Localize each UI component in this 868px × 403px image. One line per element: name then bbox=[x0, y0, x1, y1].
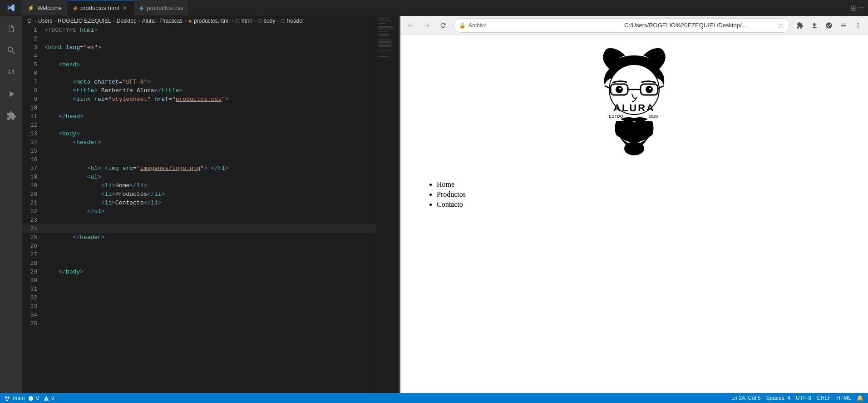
editor-panel: C: › Users › ROGELIO EZEQUIEL › Desktop … bbox=[22, 16, 376, 393]
bookmark-icon[interactable]: ☆ bbox=[778, 22, 784, 29]
code-line-14: 14 <header> bbox=[22, 138, 376, 147]
code-line-9: 9 <link rel="stylesheet" href="productos… bbox=[22, 95, 376, 104]
profile-icon[interactable] bbox=[823, 19, 835, 32]
status-spaces[interactable]: Spaces: 4 bbox=[766, 395, 790, 401]
vscode-icon: ⚡ bbox=[27, 5, 35, 11]
code-line-22: 22 </ul> bbox=[22, 207, 376, 216]
code-line-5: 5 <head> bbox=[22, 60, 376, 69]
tab-productos-css[interactable]: ◈ productos.css bbox=[134, 0, 189, 15]
breadcrumb-user[interactable]: ROGELIO EZEQUIEL bbox=[58, 18, 111, 24]
code-line-15: 15 bbox=[22, 147, 376, 155]
preview-content: ALURA ESTDO 2020 Home P bbox=[400, 35, 868, 393]
more-options-icon[interactable] bbox=[852, 19, 864, 32]
status-encoding[interactable]: UTF-8 bbox=[796, 395, 811, 401]
code-line-29: 29 </body> bbox=[22, 268, 376, 276]
status-language[interactable]: HTML bbox=[836, 395, 851, 401]
breadcrumb-practicas[interactable]: Practicas bbox=[160, 18, 182, 24]
activity-search[interactable] bbox=[2, 41, 20, 60]
activity-source-control[interactable] bbox=[2, 63, 20, 81]
code-line-2: 2 bbox=[22, 35, 376, 43]
code-line-10: 10 bbox=[22, 104, 376, 112]
breadcrumb-users[interactable]: Users bbox=[38, 18, 52, 24]
archive-icon: 🔒 bbox=[459, 22, 466, 29]
nav-item-contacto: Contacto bbox=[437, 200, 466, 209]
activity-extensions[interactable] bbox=[2, 107, 20, 125]
logo-container: ALURA ESTDO 2020 bbox=[419, 44, 850, 171]
browser-address-bar[interactable]: 🔒 Archivo C:/Users/ROGELIO%20EZEQUIEL/De… bbox=[453, 18, 790, 33]
breadcrumb-header-icon: ⬡ bbox=[281, 18, 286, 24]
breadcrumb-body[interactable]: body bbox=[264, 18, 276, 24]
code-line-17: 17 <h1> <img src="imagenes/logo.png"> </… bbox=[22, 164, 376, 173]
breadcrumb-desktop[interactable]: Desktop bbox=[117, 18, 137, 24]
minimap bbox=[376, 16, 399, 393]
svg-text:ESTDO: ESTDO bbox=[609, 114, 623, 119]
status-line-col[interactable]: Ln 24, Col 5 bbox=[731, 395, 761, 401]
preview-panel: 🔒 Archivo C:/Users/ROGELIO%20EZEQUIEL/De… bbox=[400, 16, 868, 393]
vscode-logo bbox=[0, 4, 22, 12]
breadcrumb-html[interactable]: html bbox=[242, 18, 252, 24]
code-line-30: 30 bbox=[22, 276, 376, 285]
minimap-content bbox=[376, 16, 399, 59]
split-editor-icon[interactable]: ⊞ bbox=[851, 4, 857, 12]
nav-item-productos: Productos bbox=[437, 190, 466, 199]
status-line-ending[interactable]: CRLF bbox=[817, 395, 831, 401]
status-errors[interactable]: 0 0 bbox=[28, 395, 54, 401]
tab-close-button[interactable]: ✕ bbox=[122, 4, 128, 12]
sidebar-toggle-icon[interactable] bbox=[837, 19, 850, 32]
code-line-11: 11 </head> bbox=[22, 112, 376, 121]
breadcrumb-body-icon: ⬡ bbox=[257, 18, 262, 24]
code-line-18: 18 <ul> bbox=[22, 173, 376, 181]
browser-refresh-button[interactable] bbox=[437, 19, 449, 32]
breadcrumb-c[interactable]: C: bbox=[27, 18, 33, 24]
status-bar: main 0 0 Ln 24, Col 5 Spaces: 4 UTF-8 CR… bbox=[0, 393, 868, 403]
code-line-24: 24 bbox=[22, 224, 376, 233]
preview-nav-list: Home Productos Contacto bbox=[419, 180, 466, 210]
code-line-31: 31 bbox=[22, 285, 376, 294]
status-notification-icon[interactable]: 🔔 bbox=[857, 395, 863, 401]
browser-forward-button[interactable] bbox=[420, 19, 433, 32]
svg-point-14 bbox=[624, 142, 644, 155]
main-area: C: › Users › ROGELIO EZEQUIEL › Desktop … bbox=[0, 16, 868, 393]
code-line-19: 19 <li>Home</li> bbox=[22, 181, 376, 190]
svg-text:2020: 2020 bbox=[649, 114, 658, 119]
browser-toolbar: 🔒 Archivo C:/Users/ROGELIO%20EZEQUIEL/De… bbox=[400, 16, 868, 35]
tab-productos-html-label: productos.html bbox=[80, 5, 119, 11]
activity-bar bbox=[0, 16, 22, 393]
download-icon[interactable] bbox=[808, 19, 821, 32]
status-right: Ln 24, Col 5 Spaces: 4 UTF-8 CRLF HTML 🔔 bbox=[731, 395, 863, 401]
tab-actions: ⊞ ··· bbox=[847, 4, 868, 12]
more-actions-icon[interactable]: ··· bbox=[858, 4, 864, 12]
barberia-logo: ALURA ESTDO 2020 bbox=[584, 44, 684, 171]
activity-run[interactable] bbox=[2, 85, 20, 103]
archive-label: Archivo bbox=[469, 22, 620, 29]
code-line-8: 8 <title> Barberiía Alura</title> bbox=[22, 86, 376, 95]
browser-url-text: C:/Users/ROGELIO%20EZEQUIEL/Desktop/... bbox=[624, 22, 775, 29]
code-editor[interactable]: 1 <!DOCTYPE html> 2 3 <html lang="es"> 4… bbox=[22, 26, 376, 393]
code-line-23: 23 bbox=[22, 216, 376, 224]
status-branch[interactable]: main bbox=[5, 395, 25, 401]
code-line-1: 1 <!DOCTYPE html> bbox=[22, 26, 376, 35]
svg-point-9 bbox=[619, 88, 621, 90]
activity-explorer[interactable] bbox=[2, 20, 20, 38]
code-line-16: 16 bbox=[22, 155, 376, 164]
browser-back-button[interactable] bbox=[404, 19, 417, 32]
extensions-puzzle-icon[interactable] bbox=[794, 19, 806, 32]
breadcrumb-header[interactable]: header bbox=[287, 18, 304, 24]
breadcrumb-file[interactable]: productos.html bbox=[194, 18, 230, 24]
code-line-35: 35 bbox=[22, 319, 376, 328]
code-line-12: 12 bbox=[22, 121, 376, 129]
breadcrumb: C: › Users › ROGELIO EZEQUIEL › Desktop … bbox=[22, 16, 376, 26]
code-line-34: 34 bbox=[22, 311, 376, 319]
code-line-7: 7 <meta charset="UFT-8"> bbox=[22, 78, 376, 86]
breadcrumb-alura[interactable]: Alura bbox=[142, 18, 155, 24]
tab-productos-html[interactable]: ◈ productos.html ✕ bbox=[68, 0, 134, 15]
breadcrumb-html-icon: ⬡ bbox=[235, 18, 240, 24]
code-line-26: 26 bbox=[22, 242, 376, 250]
code-line-13: 13 <body> bbox=[22, 129, 376, 138]
svg-text:ALURA: ALURA bbox=[613, 102, 655, 114]
tab-welcome-label: Welcome bbox=[37, 5, 62, 11]
tab-welcome[interactable]: ⚡ Welcome bbox=[22, 0, 68, 15]
code-line-6: 6 bbox=[22, 69, 376, 78]
tab-productos-css-label: productos.css bbox=[147, 5, 183, 11]
editor-tabs: ⚡ Welcome ◈ productos.html ✕ ◈ productos… bbox=[22, 0, 847, 15]
